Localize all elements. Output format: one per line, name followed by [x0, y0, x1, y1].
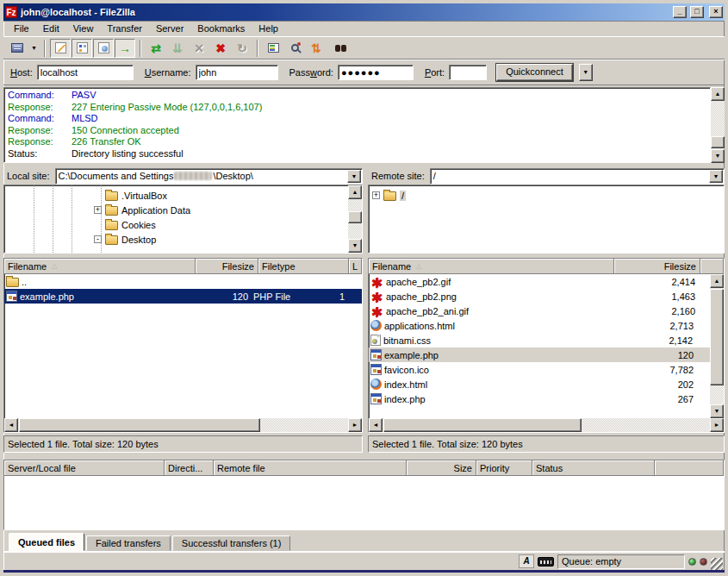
menu-help[interactable]: Help	[252, 22, 285, 35]
scroll-thumb[interactable]	[19, 418, 260, 432]
file-row[interactable]: applications.html2,713	[369, 318, 710, 333]
tree-item-application-data[interactable]: + Application Data	[4, 203, 348, 217]
sort-ascending-icon: △	[52, 262, 57, 270]
column-header-priority[interactable]: Priority	[476, 460, 532, 476]
tab-successful-transfers[interactable]: Successful transfers (1)	[172, 535, 291, 551]
tree-expander[interactable]: +	[372, 191, 380, 199]
process-queue-button[interactable]: ⇊	[167, 39, 188, 58]
file-row[interactable]: bitnami.css2,142	[369, 333, 710, 347]
menu-transfer[interactable]: Transfer	[100, 22, 149, 35]
port-input[interactable]	[449, 65, 487, 80]
menu-bookmarks[interactable]: Bookmarks	[190, 22, 252, 35]
filezilla-window: Fz john@localhost - FileZilla _ □ × File…	[0, 0, 728, 576]
toggle-queue-button[interactable]: →	[115, 39, 135, 58]
file-row[interactable]: apache_pb2_ani.gif2,160	[369, 304, 710, 318]
scroll-up-button[interactable]: ▲	[348, 185, 362, 199]
toggle-local-tree-button[interactable]	[72, 39, 92, 58]
site-manager-button[interactable]	[7, 39, 28, 58]
menu-view[interactable]: View	[66, 22, 101, 35]
reconnect-button[interactable]: ↻	[232, 39, 252, 58]
column-header-size[interactable]: Size	[407, 460, 476, 476]
scroll-down-button[interactable]: ▼	[711, 149, 725, 163]
local-tree-scrollbar[interactable]: ▲ ▼	[348, 185, 362, 253]
toggle-remote-tree-button[interactable]	[93, 39, 114, 58]
scroll-up-button[interactable]: ▲	[710, 274, 724, 288]
remote-tree-icon	[98, 42, 109, 53]
file-row-example-php[interactable]: example.php 120 PHP File 1	[4, 289, 362, 304]
minimize-button[interactable]: _	[673, 6, 687, 18]
column-header-remote-file[interactable]: Remote file	[214, 460, 407, 476]
remote-site-combobox[interactable]: / ▼	[430, 168, 725, 185]
close-button[interactable]: ×	[709, 6, 723, 18]
file-row[interactable]: index.html202	[369, 377, 710, 391]
site-manager-dropdown[interactable]: ▼	[28, 39, 40, 58]
column-header-filesize[interactable]: Filesize	[614, 259, 700, 274]
file-row-example-php[interactable]: example.php120	[369, 347, 710, 362]
host-input[interactable]	[37, 65, 134, 80]
maximize-button[interactable]: □	[690, 6, 704, 18]
file-row[interactable]: index.php267	[369, 391, 710, 406]
scroll-thumb[interactable]	[348, 211, 362, 223]
scroll-thumb[interactable]	[710, 289, 724, 385]
tree-item-root[interactable]: + /	[369, 188, 724, 203]
cancel-operation-button[interactable]: ✕	[189, 39, 209, 58]
tree-expander[interactable]: +	[94, 206, 102, 214]
scroll-right-button[interactable]: ►	[710, 418, 724, 432]
column-header-lastmodified[interactable]: L	[349, 259, 362, 274]
username-input[interactable]	[196, 65, 278, 80]
scroll-left-button[interactable]: ◄	[4, 418, 18, 432]
file-row[interactable]: favicon.ico7,782	[369, 362, 710, 377]
disconnect-button[interactable]: ✖	[210, 39, 231, 58]
column-header-direction[interactable]: Directi...	[165, 460, 214, 476]
scroll-down-button[interactable]: ▼	[710, 404, 724, 418]
tab-failed-transfers[interactable]: Failed transfers	[86, 535, 171, 551]
log-vertical-scrollbar[interactable]: ▲ ▼	[711, 87, 725, 163]
ascii-datatype-icon[interactable]: A	[519, 554, 534, 568]
scroll-down-button[interactable]: ▼	[348, 239, 362, 253]
quickconnect-dropdown[interactable]: ▼	[579, 64, 593, 81]
tree-item-desktop[interactable]: - Desktop	[4, 232, 348, 247]
column-header-filetype[interactable]: Filetype	[258, 259, 349, 274]
filter-button[interactable]	[263, 39, 283, 58]
toggle-message-log-button[interactable]	[50, 39, 71, 58]
file-row-parent-dir[interactable]: ..	[4, 274, 362, 289]
titlebar[interactable]: Fz john@localhost - FileZilla _ □ ×	[3, 3, 725, 21]
tree-item-virtualbox[interactable]: .VirtualBox	[4, 188, 348, 203]
synchronized-browsing-button[interactable]: ⇅	[306, 39, 327, 58]
menu-server[interactable]: Server	[149, 22, 190, 35]
local-horizontal-scrollbar[interactable]: ◄ ►	[4, 418, 362, 432]
find-files-button[interactable]	[327, 39, 348, 58]
file-icon	[370, 276, 383, 287]
tree-item-cookies[interactable]: Cookies	[4, 217, 348, 232]
menu-file[interactable]: File	[7, 22, 36, 35]
quickconnect-button[interactable]: Quickconnect	[496, 64, 573, 81]
password-input[interactable]	[338, 65, 414, 80]
refresh-button[interactable]: ⇄	[146, 39, 166, 58]
column-header-server-local-file[interactable]: Server/Local file	[4, 460, 165, 476]
combo-dropdown-button[interactable]: ▼	[347, 170, 361, 183]
column-header-filesize[interactable]: Filesize	[196, 259, 258, 274]
scroll-thumb[interactable]	[711, 136, 725, 148]
directory-comparison-button[interactable]	[284, 39, 305, 58]
scroll-thumb[interactable]	[383, 418, 582, 432]
speed-limits-icon[interactable]	[538, 557, 554, 567]
file-row[interactable]: apache_pb2.gif2,414	[369, 274, 710, 289]
local-site-combobox[interactable]: C:\Documents and Settings\Desktop\ ▼	[55, 168, 363, 185]
column-header-filename[interactable]: Filename△	[369, 259, 614, 274]
window-bottom-edge	[3, 570, 725, 573]
column-header-status[interactable]: Status	[532, 460, 655, 476]
log-row: Response:227 Entering Passive Mode (127,…	[8, 102, 710, 114]
remote-horizontal-scrollbar[interactable]: ◄ ►	[369, 418, 724, 432]
host-label: Host:	[10, 67, 33, 78]
combo-dropdown-button[interactable]: ▼	[709, 170, 723, 183]
scroll-up-button[interactable]: ▲	[711, 87, 725, 101]
scroll-left-button[interactable]: ◄	[369, 418, 383, 432]
menu-edit[interactable]: Edit	[36, 22, 66, 35]
file-row[interactable]: apache_pb2.png1,463	[369, 289, 710, 304]
tree-expander[interactable]: -	[94, 235, 102, 243]
tab-queued-files[interactable]: Queued files	[9, 533, 84, 551]
column-header-filename[interactable]: Filename△	[4, 259, 196, 274]
scroll-right-button[interactable]: ►	[348, 418, 362, 432]
remote-vertical-scrollbar[interactable]: ▲ ▼	[710, 274, 724, 418]
resize-grip[interactable]	[711, 558, 723, 570]
